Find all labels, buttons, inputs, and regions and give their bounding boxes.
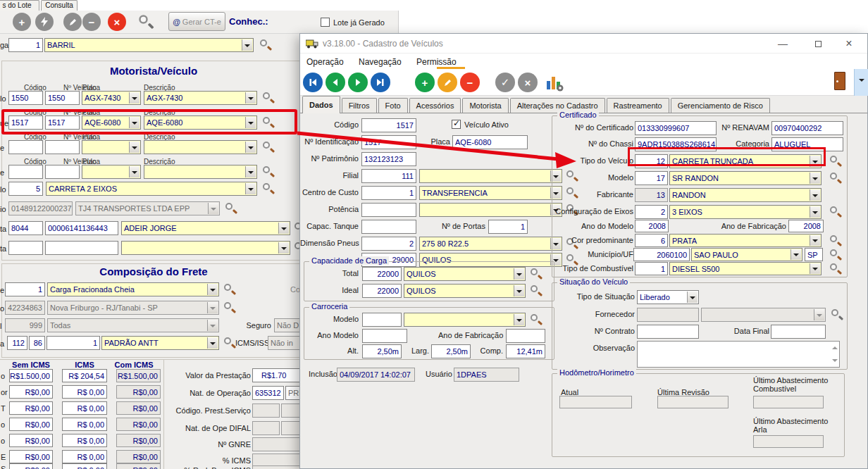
- tipo-situacao-dropdown[interactable]: Liberado: [637, 290, 699, 304]
- renavam-field[interactable]: 00970400292: [771, 121, 843, 135]
- veiculo-desc-dropdown[interactable]: AQE-6080: [144, 115, 257, 130]
- veiculo-num-field[interactable]: [45, 165, 80, 179]
- search-icon[interactable]: [829, 155, 842, 168]
- veiculo-codigo-field[interactable]: [8, 140, 43, 154]
- motorista-doc-field[interactable]: [45, 241, 118, 255]
- nav-last-button[interactable]: [371, 73, 390, 92]
- combustivel-code-field[interactable]: 1: [635, 262, 668, 275]
- identificacao-field[interactable]: 1517: [361, 135, 416, 149]
- veiculo-desc-dropdown[interactable]: [144, 140, 257, 154]
- table-cell[interactable]: R$ 0,00: [62, 450, 107, 463]
- search-icon[interactable]: [829, 206, 842, 218]
- frete-tipo-code-field[interactable]: 1: [5, 282, 45, 296]
- cert-ano-fabricacao-field[interactable]: 2008: [788, 220, 824, 232]
- table-cell[interactable]: R$0,00: [9, 418, 53, 431]
- cancel-x-button[interactable]: ×: [108, 13, 126, 31]
- tabela-c-field[interactable]: 1: [46, 336, 100, 350]
- potencia-field[interactable]: [361, 203, 416, 217]
- dimensao-pneus-dropdown[interactable]: 275 80 R22.5: [419, 237, 562, 251]
- tabela-a-field[interactable]: 112: [7, 336, 27, 350]
- filial-code-field[interactable]: 111: [361, 169, 416, 183]
- menu-operacao[interactable]: Operação: [306, 57, 344, 67]
- motorista-name-dropdown[interactable]: [121, 241, 290, 255]
- table-cell[interactable]: R$ 0,00: [62, 385, 107, 399]
- categoria-field[interactable]: ALUGUEL: [771, 137, 843, 151]
- tipo-veiculo-code-field[interactable]: 12: [635, 154, 668, 168]
- num-contrato-field[interactable]: [637, 325, 699, 339]
- tab-rastreamento[interactable]: Rastreamento: [607, 98, 669, 113]
- close-button[interactable]: ×: [834, 34, 864, 54]
- scroll-down-arrow[interactable]: [832, 359, 838, 365]
- chevron-down-icon[interactable]: [242, 39, 252, 51]
- alt-field[interactable]: 2,50m: [362, 344, 402, 358]
- placa-field[interactable]: AQE-6080: [452, 135, 528, 149]
- search-icon[interactable]: [829, 249, 842, 261]
- nav-first-button[interactable]: [303, 73, 323, 92]
- motorista-code-field[interactable]: 8044: [8, 221, 43, 235]
- larg-field[interactable]: 2,50m: [431, 344, 471, 358]
- ano-fabricacao-field[interactable]: [506, 329, 545, 343]
- frete-tipo-dropdown[interactable]: Carga Fracionada Cheia: [47, 282, 219, 296]
- veiculo-desc-dropdown[interactable]: AGX-7430: [144, 91, 257, 105]
- config-eixos-code-field[interactable]: 2: [635, 205, 668, 219]
- search-icon[interactable]: [259, 39, 272, 51]
- modelo-code-field[interactable]: 5: [8, 182, 43, 196]
- table-cell[interactable]: R$0,00: [9, 463, 53, 469]
- nav-prev-button[interactable]: [326, 73, 345, 92]
- table-cell[interactable]: R$1.500,00: [9, 369, 53, 382]
- search-icon[interactable]: [530, 313, 542, 326]
- tabela-desc-dropdown[interactable]: PADRÃO ANTT: [101, 336, 219, 350]
- search-icon[interactable]: [223, 301, 236, 314]
- bg-tab-lote[interactable]: s do Lote: [0, 0, 39, 11]
- motorista-doc-field[interactable]: 00006141136443: [45, 221, 118, 235]
- observacao-textarea[interactable]: [637, 341, 840, 368]
- tab-motorista[interactable]: Motorista: [462, 98, 508, 113]
- table-cell[interactable]: R$0,00: [9, 434, 53, 447]
- modelo-dropdown[interactable]: SR RANDON: [669, 171, 822, 185]
- bg-tab-consulta[interactable]: Consulta: [41, 0, 78, 11]
- carga-desc-dropdown[interactable]: BARRIL: [44, 38, 254, 52]
- tipo-veiculo-dropdown[interactable]: CARRETA TRUNCADA: [669, 154, 822, 168]
- veiculo-placa-dropdown[interactable]: AQE-6080: [82, 115, 141, 130]
- ideal-unit-dropdown[interactable]: QUILOS: [404, 284, 526, 298]
- search-icon[interactable]: [262, 92, 275, 104]
- search-icon[interactable]: [225, 202, 237, 215]
- veiculo-placa-dropdown[interactable]: [82, 140, 141, 154]
- carroceria-modelo-field[interactable]: [362, 313, 402, 327]
- table-cell[interactable]: R$0,00: [9, 450, 53, 463]
- ideal-field[interactable]: 22000: [362, 284, 402, 298]
- table-cell[interactable]: R$0,00: [9, 401, 53, 415]
- config-eixos-dropdown[interactable]: 3 EIXOS: [669, 205, 822, 219]
- patrimonio-field[interactable]: 132123123: [361, 152, 416, 166]
- lote-gerado-checkbox[interactable]: [321, 18, 330, 27]
- edit-pencil-button[interactable]: [438, 73, 457, 92]
- filial-desc-dropdown[interactable]: [419, 169, 562, 183]
- table-cell[interactable]: R$ 0,00: [62, 418, 107, 431]
- scroll-up-arrow[interactable]: [832, 344, 838, 349]
- carroceria-modelo-dropdown[interactable]: [404, 313, 526, 327]
- gerar-cte-button[interactable]: @ Gerar CT-e: [168, 12, 225, 31]
- side-panel-strip[interactable]: [854, 69, 868, 96]
- nav-next-button[interactable]: [348, 73, 368, 92]
- search-icon[interactable]: [262, 141, 275, 154]
- search-icon[interactable]: [829, 263, 842, 275]
- search-icon[interactable]: [223, 283, 236, 296]
- municipio-code-field[interactable]: 2060100: [633, 248, 690, 261]
- veiculo-placa-dropdown[interactable]: [82, 165, 141, 179]
- cor-dropdown[interactable]: PRATA: [669, 234, 822, 247]
- search-icon[interactable]: [223, 337, 236, 349]
- remove-button[interactable]: −: [460, 73, 480, 92]
- ano-do-modelo-field[interactable]: 2008: [635, 220, 669, 232]
- modelo-desc-dropdown[interactable]: CARRETA 2 EIXOS: [46, 182, 257, 196]
- num-certificado-field[interactable]: 013330999607: [635, 121, 717, 135]
- search-icon[interactable]: [530, 284, 542, 297]
- centro-custo-dropdown[interactable]: TRANSFERENCIA: [419, 186, 562, 200]
- edit-pencil-button[interactable]: [63, 13, 82, 31]
- veiculo-num-field[interactable]: 1550: [45, 91, 80, 105]
- codigo-field[interactable]: 1517: [361, 118, 416, 132]
- tab-filtros[interactable]: Filtros: [342, 98, 377, 113]
- veiculo-placa-dropdown[interactable]: AGX-7430: [82, 91, 141, 105]
- tab-acessorios[interactable]: Acessórios: [409, 98, 461, 113]
- chart-gear-icon[interactable]: [545, 73, 564, 92]
- search-icon[interactable]: [829, 172, 842, 185]
